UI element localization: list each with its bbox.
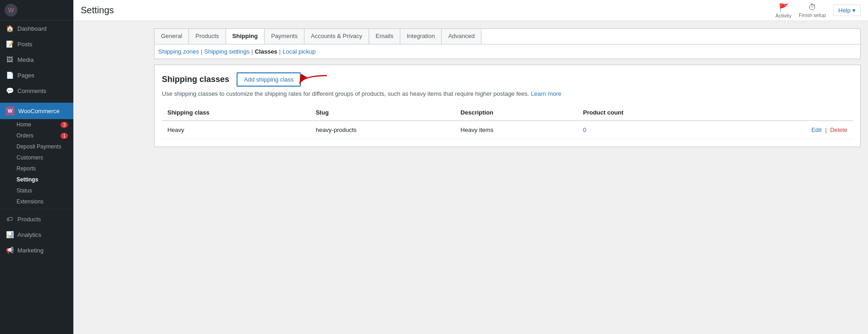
shipping-classes-header: Shipping classes Add shipping class	[162, 72, 853, 87]
tab-shipping[interactable]: Shipping	[226, 29, 265, 44]
learn-more-link[interactable]: Learn more	[531, 90, 561, 97]
sidebar-item-pages[interactable]: 📄 Pages	[0, 67, 73, 83]
tab-emails[interactable]: Emails	[369, 29, 400, 44]
main-content: General Products Shipping Payments Accou…	[147, 21, 868, 334]
col-header-slug: Slug	[310, 104, 455, 121]
tab-general[interactable]: General	[155, 29, 189, 44]
tab-accounts-privacy[interactable]: Accounts & Privacy	[304, 29, 369, 44]
sidebar-item-media[interactable]: 🖼 Media	[0, 52, 73, 67]
posts-icon: 📝	[6, 40, 14, 48]
sidebar-item-woocommerce[interactable]: W WooCommerce	[0, 103, 73, 119]
sidebar-item-orders[interactable]: Orders 1	[0, 130, 73, 141]
sidebar-item-products[interactable]: 🏷 Products	[0, 211, 73, 227]
home-badge: 3	[61, 122, 68, 128]
tab-integration[interactable]: Integration	[400, 29, 442, 44]
description-text: Use shipping classes to customize the sh…	[162, 90, 853, 97]
tab-advanced[interactable]: Advanced	[442, 29, 481, 44]
subnav-shipping-settings[interactable]: Shipping settings	[204, 48, 249, 55]
products-icon: 🏷	[6, 215, 14, 223]
sidebar-item-marketing[interactable]: 📢 Marketing	[0, 242, 73, 258]
orders-badge: 1	[61, 133, 68, 139]
media-icon: 🖼	[6, 55, 14, 64]
sidebar-item-customers[interactable]: Customers	[0, 152, 73, 163]
table-row: Heavy heavy-products Heavy items 0 Edit …	[162, 121, 853, 139]
subnav-local-pickup[interactable]: Local pickup	[282, 48, 315, 55]
shipping-classes-title: Shipping classes	[162, 75, 229, 84]
shipping-class-name: Heavy	[162, 121, 310, 139]
comments-icon: 💬	[6, 87, 14, 95]
help-button[interactable]: Help ▾	[833, 5, 861, 16]
sidebar: W 🏠 Dashboard 📝 Posts 🖼 Media 📄 Pages 💬 …	[0, 0, 73, 334]
sidebar-item-status[interactable]: Status	[0, 185, 73, 196]
subnav-classes[interactable]: Classes	[255, 48, 277, 55]
tab-products[interactable]: Products	[189, 29, 226, 44]
marketing-icon: 📢	[6, 246, 14, 254]
col-header-shipping-class: Shipping class	[162, 104, 310, 121]
topbar: Settings 🚩 Activity ⏱ Finish setup Help …	[73, 0, 868, 21]
activity-icon: 🚩	[779, 3, 789, 13]
sidebar-item-extensions[interactable]: Extensions	[0, 196, 73, 207]
sidebar-logo: W	[5, 4, 17, 16]
shipping-table: Shipping class Slug Description Product …	[162, 104, 853, 139]
sidebar-item-posts[interactable]: 📝 Posts	[0, 36, 73, 52]
sidebar-item-deposit[interactable]: Deposit Payments	[0, 141, 73, 152]
shipping-classes-box: Shipping classes Add shipping class Use …	[154, 65, 861, 147]
finish-setup-button[interactable]: ⏱ Finish setup	[799, 3, 826, 18]
settings-tabs: General Products Shipping Payments Accou…	[154, 28, 861, 44]
delete-link[interactable]: Delete	[830, 126, 847, 133]
sidebar-item-settings[interactable]: Settings	[0, 174, 73, 185]
woocommerce-icon: W	[6, 106, 15, 115]
red-arrow-annotation	[295, 73, 332, 93]
sidebar-item-home[interactable]: Home 3	[0, 119, 73, 130]
col-header-actions	[721, 104, 853, 121]
sidebar-item-reports[interactable]: Reports	[0, 163, 73, 174]
sub-nav: Shipping zones | Shipping settings | Cla…	[154, 44, 861, 59]
subnav-shipping-zones[interactable]: Shipping zones	[158, 48, 199, 55]
sidebar-item-dashboard[interactable]: 🏠 Dashboard	[0, 21, 73, 36]
shipping-class-description: Heavy items	[455, 121, 577, 139]
sidebar-item-comments[interactable]: 💬 Comments	[0, 83, 73, 99]
shipping-class-slug: heavy-products	[310, 121, 455, 139]
shipping-class-product-count: 0	[578, 121, 722, 139]
dashboard-icon: 🏠	[6, 24, 14, 33]
shipping-class-actions: Edit | Delete	[721, 121, 853, 139]
col-header-description: Description	[455, 104, 577, 121]
add-shipping-class-button[interactable]: Add shipping class	[237, 72, 301, 87]
topbar-actions: 🚩 Activity ⏱ Finish setup Help ▾	[775, 3, 861, 18]
sidebar-item-analytics[interactable]: 📊 Analytics	[0, 227, 73, 242]
edit-link[interactable]: Edit	[811, 126, 821, 133]
activity-button[interactable]: 🚩 Activity	[775, 3, 791, 18]
col-header-product-count: Product count	[578, 104, 722, 121]
tab-payments[interactable]: Payments	[265, 29, 304, 44]
sidebar-header: W	[0, 0, 73, 21]
chevron-down-icon: ▾	[852, 7, 856, 14]
analytics-icon: 📊	[6, 230, 14, 239]
page-title: Settings	[81, 5, 114, 16]
pages-icon: 📄	[6, 71, 14, 79]
finish-setup-icon: ⏱	[808, 3, 817, 12]
